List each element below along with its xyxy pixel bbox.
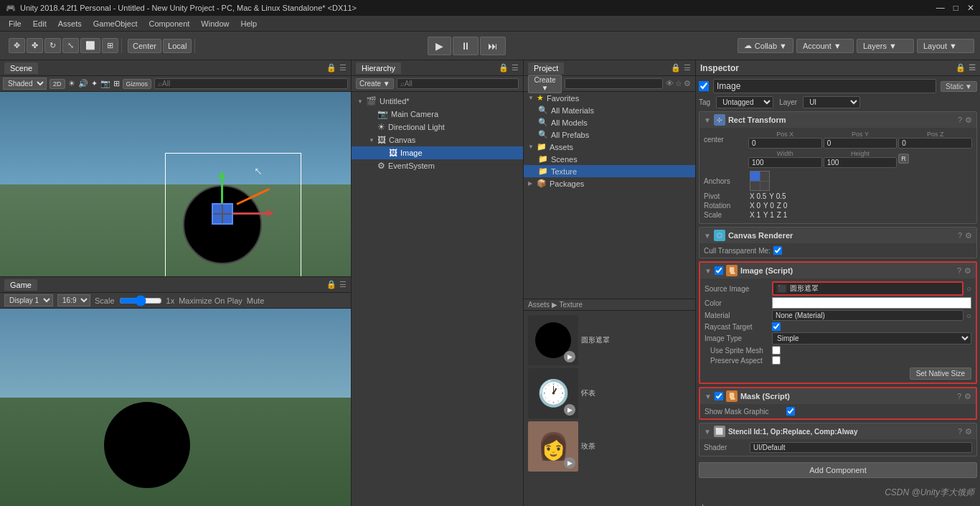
project-tab[interactable]: Project (528, 62, 564, 74)
object-name-field[interactable] (713, 79, 936, 93)
project-all-prefabs[interactable]: 🔍 All Prefabs (524, 128, 695, 141)
transform-tool[interactable]: ⊞ (102, 38, 118, 53)
mask-script-header[interactable]: ▼ 📜 Mask (Script) ? ⚙ (700, 388, 976, 404)
maximize-button[interactable]: □ (953, 3, 958, 13)
rt-settings-icon[interactable]: ⚙ (965, 116, 972, 125)
hand-tool[interactable]: ✥ (9, 38, 25, 53)
scale-slider[interactable] (119, 296, 162, 305)
scene-audio-icon[interactable]: 🔊 (78, 79, 88, 88)
ms-ref-icon[interactable]: ? (957, 392, 961, 401)
canvas-renderer-header[interactable]: ▼ ⬡ Canvas Renderer ? ⚙ (699, 228, 976, 243)
sprite-mesh-checkbox[interactable] (772, 346, 781, 355)
game-tab[interactable]: Game (4, 279, 37, 291)
layers-dropdown[interactable]: Layers ▼ (857, 39, 914, 53)
pos-x-input[interactable] (748, 138, 822, 149)
maximize-button[interactable]: Maximize On Play (179, 296, 242, 305)
project-assets[interactable]: ▼ 📁 Assets (524, 141, 695, 153)
hierarchy-item-eventsystem[interactable]: ▶ ⚙ EventSystem (352, 159, 523, 172)
is-ref-icon[interactable]: ? (957, 266, 961, 276)
hierarchy-tab[interactable]: Hierarchy (356, 62, 401, 74)
rt-ref-icon[interactable]: ? (958, 116, 962, 125)
asset-item-circle[interactable]: ▶ 圆形遮罩 (528, 315, 691, 365)
layout-dropdown[interactable]: Layout ▼ (917, 39, 974, 53)
gizmos-button[interactable]: Gizmos (123, 79, 152, 89)
add-component-btn[interactable]: Add Component (699, 462, 977, 478)
menu-file[interactable]: File (3, 18, 27, 29)
move-tool[interactable]: ✤ (27, 38, 43, 53)
static-badge[interactable]: Static ▼ (941, 81, 977, 92)
hierarchy-item-image[interactable]: ▶ 🖼 Image (352, 146, 523, 159)
scene-lock-icon[interactable]: 🔒 (326, 63, 336, 72)
rotate-tool[interactable]: ↻ (44, 38, 61, 53)
r-button[interactable]: R (898, 154, 909, 164)
project-create-btn[interactable]: Create ▼ (528, 75, 562, 93)
rect-tool[interactable]: ⬜ (80, 38, 100, 53)
pos-y-input[interactable] (824, 138, 897, 149)
shading-select[interactable]: Shaded (3, 78, 47, 90)
image-script-active-cb[interactable] (715, 266, 723, 275)
rect-transform-header[interactable]: ▼ ⊹ Rect Transform ? ⚙ (699, 112, 976, 128)
menu-gameobject[interactable]: GameObject (88, 18, 143, 29)
account-dropdown[interactable]: Account ▼ (796, 39, 854, 53)
layer-select[interactable]: UI (803, 96, 860, 108)
stencil-ref-icon[interactable]: ? (958, 427, 962, 436)
hierarchy-search-input[interactable] (397, 78, 519, 89)
height-input[interactable] (824, 157, 897, 168)
image-script-header[interactable]: ▼ 📜 Image (Script) ? ⚙ (700, 263, 976, 278)
material-field[interactable] (772, 310, 963, 321)
hier-lock-icon[interactable]: 🔒 (499, 63, 509, 72)
inspector-menu-icon[interactable]: ☰ (969, 63, 976, 72)
project-eye-icon[interactable]: 👁 (666, 79, 674, 88)
project-favorites[interactable]: ▼ ★ Favorites (524, 92, 695, 104)
cr-settings-icon[interactable]: ⚙ (965, 231, 972, 240)
asset-item-face[interactable]: 👩 ▶ 玫荼 (528, 421, 691, 472)
project-all-models[interactable]: 🔍 All Models (524, 116, 695, 128)
minimize-button[interactable]: — (936, 3, 945, 13)
scene-fx-icon[interactable]: ✦ (91, 79, 98, 88)
project-menu-icon[interactable]: ☰ (684, 63, 691, 72)
cr-ref-icon[interactable]: ? (958, 231, 962, 240)
inspector-lock-icon[interactable]: 🔒 (956, 63, 966, 72)
raycast-checkbox[interactable] (772, 322, 781, 331)
game-lock-icon[interactable]: 🔒 (326, 280, 336, 289)
scene-menu-icon[interactable]: ☰ (339, 63, 347, 72)
shader-field[interactable] (750, 442, 972, 453)
step-button[interactable]: ⏭ (480, 37, 506, 55)
play-button[interactable]: ▶ (428, 37, 451, 55)
menu-edit[interactable]: Edit (27, 18, 52, 29)
collab-button[interactable]: ☁ Collab ▼ (738, 38, 793, 53)
project-settings-icon[interactable]: ⚙ (684, 79, 691, 88)
object-active-checkbox[interactable] (699, 81, 709, 91)
close-button[interactable]: ✕ (967, 3, 974, 13)
project-packages[interactable]: ▶ 📦 Packages (524, 177, 695, 189)
transform-handle[interactable] (212, 203, 233, 225)
stencil-header[interactable]: ▼ ⬜ Stencil Id:1, Op:Replace, Comp:Alway… (699, 423, 976, 439)
set-native-btn[interactable]: Set Native Size (910, 367, 971, 380)
scene-2d-toggle[interactable]: 2D (50, 79, 65, 89)
source-image-field[interactable]: ⬛ 圆形遮罩 (772, 281, 963, 296)
scene-cam-icon[interactable]: 📷 (100, 79, 110, 88)
hierarchy-create-btn[interactable]: Create ▼ (356, 78, 394, 89)
cull-checkbox[interactable] (773, 246, 782, 255)
project-star-icon[interactable]: ☆ (675, 79, 682, 88)
source-image-pick-icon[interactable]: ○ (966, 284, 971, 293)
menu-assets[interactable]: Assets (52, 18, 88, 29)
hierarchy-item-untitled[interactable]: ▼ 🎬 Untitled* (352, 95, 523, 108)
project-all-materials[interactable]: 🔍 All Materials (524, 104, 695, 116)
scale-tool[interactable]: ⤡ (62, 38, 79, 53)
hierarchy-item-main-camera[interactable]: ▶ 📷 Main Camera (352, 108, 523, 121)
project-scenes[interactable]: 📁 Scenes (524, 153, 695, 165)
is-settings-icon[interactable]: ⚙ (964, 266, 971, 276)
center-button[interactable]: Center (128, 39, 161, 53)
pause-button[interactable]: ⏸ (453, 37, 479, 55)
preserve-checkbox[interactable] (772, 356, 781, 365)
scene-grid-icon[interactable]: ⊞ (113, 79, 120, 88)
menu-window[interactable]: Window (195, 18, 235, 29)
show-mask-checkbox[interactable] (786, 407, 795, 416)
display-select[interactable]: Display 1 (4, 294, 53, 306)
project-texture[interactable]: 📁 Texture (524, 165, 695, 177)
ms-settings-icon[interactable]: ⚙ (964, 392, 971, 401)
hierarchy-item-dir-light[interactable]: ▶ ☀ Directional Light (352, 121, 523, 133)
project-search-input[interactable] (565, 78, 663, 89)
asset-item-clock[interactable]: 🕐 ▶ 怀表 (528, 368, 691, 418)
